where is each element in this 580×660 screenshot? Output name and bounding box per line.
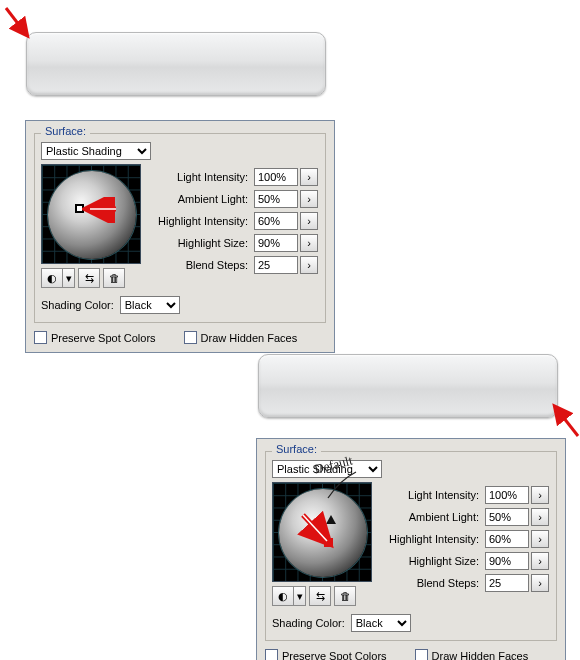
- preserve-spot-label: Preserve Spot Colors: [51, 332, 156, 344]
- blend-steps-stepper[interactable]: ›: [300, 256, 318, 274]
- chevron-right-icon: ›: [538, 555, 542, 567]
- highlight-intensity-label: Highlight Intensity:: [149, 215, 254, 227]
- chevron-down-icon: ▾: [66, 272, 72, 285]
- delete-light-button[interactable]: 🗑: [334, 586, 356, 606]
- chevron-right-icon: ›: [307, 259, 311, 271]
- trash-icon: 🗑: [109, 272, 120, 284]
- highlight-size-input[interactable]: [485, 552, 529, 570]
- properties-list: Light Intensity:› Ambient Light:› Highli…: [149, 164, 319, 288]
- switch-icon: ⇆: [85, 272, 94, 285]
- highlight-intensity-stepper[interactable]: ›: [300, 212, 318, 230]
- new-light-menu[interactable]: ▾: [294, 586, 306, 606]
- ambient-light-stepper[interactable]: ›: [531, 508, 549, 526]
- light-intensity-stepper[interactable]: ›: [300, 168, 318, 186]
- preserve-spot-checkbox[interactable]: Preserve Spot Colors: [265, 649, 387, 660]
- light-intensity-label: Light Intensity:: [380, 489, 485, 501]
- light-sphere[interactable]: [41, 164, 141, 264]
- highlight-intensity-stepper[interactable]: ›: [531, 530, 549, 548]
- ambient-light-stepper[interactable]: ›: [300, 190, 318, 208]
- chevron-right-icon: ›: [307, 215, 311, 227]
- delete-light-button[interactable]: 🗑: [103, 268, 125, 288]
- shading-color-label: Shading Color:: [41, 299, 114, 311]
- surface-select[interactable]: Plastic Shading: [272, 460, 382, 478]
- move-light-back-button[interactable]: ⇆: [309, 586, 331, 606]
- switch-icon: ⇆: [316, 590, 325, 603]
- sphere-toolbar: ◐ ▾ ⇆ 🗑: [41, 268, 141, 288]
- shading-color-label: Shading Color:: [272, 617, 345, 629]
- chevron-down-icon: ▾: [297, 590, 303, 603]
- preview-shape-top: [26, 32, 326, 96]
- shading-color-select[interactable]: Black: [120, 296, 180, 314]
- new-light-menu[interactable]: ▾: [63, 268, 75, 288]
- highlight-intensity-label: Highlight Intensity:: [380, 533, 485, 545]
- surface-label: Surface:: [41, 125, 90, 137]
- properties-list: Light Intensity:› Ambient Light:› Highli…: [380, 482, 550, 606]
- draw-hidden-label: Draw Hidden Faces: [201, 332, 298, 344]
- blend-steps-label: Blend Steps:: [149, 259, 254, 271]
- highlight-size-stepper[interactable]: ›: [300, 234, 318, 252]
- light-intensity-input[interactable]: [254, 168, 298, 186]
- default-light-handle[interactable]: [326, 515, 336, 524]
- blend-steps-label: Blend Steps:: [380, 577, 485, 589]
- checkbox-box: [34, 331, 47, 344]
- sphere-preview: [279, 489, 367, 577]
- shading-panel-1: Surface: Plastic Shading: [25, 120, 335, 353]
- chevron-right-icon: ›: [538, 533, 542, 545]
- shading-color-select[interactable]: Black: [351, 614, 411, 632]
- new-light-button[interactable]: ◐: [41, 268, 63, 288]
- surface-select[interactable]: Plastic Shading: [41, 142, 151, 160]
- trash-icon: 🗑: [340, 590, 351, 602]
- shading-panel-2: Surface: Plastic Shading: [256, 438, 566, 660]
- draw-hidden-checkbox[interactable]: Draw Hidden Faces: [415, 649, 529, 660]
- light-intensity-input[interactable]: [485, 486, 529, 504]
- blend-steps-input[interactable]: [254, 256, 298, 274]
- light-intensity-label: Light Intensity:: [149, 171, 254, 183]
- surface-group: Surface: Plastic Shading: [265, 451, 557, 641]
- checkbox-box: [265, 649, 278, 660]
- light-intensity-stepper[interactable]: ›: [531, 486, 549, 504]
- new-light-icon: ◐: [47, 272, 57, 285]
- chevron-right-icon: ›: [307, 237, 311, 249]
- highlight-intensity-input[interactable]: [254, 212, 298, 230]
- preview-shape-bottom: [258, 354, 558, 418]
- chevron-right-icon: ›: [538, 577, 542, 589]
- light-sphere[interactable]: [272, 482, 372, 582]
- chevron-right-icon: ›: [538, 511, 542, 523]
- highlight-size-input[interactable]: [254, 234, 298, 252]
- preserve-spot-label: Preserve Spot Colors: [282, 650, 387, 661]
- ambient-light-input[interactable]: [254, 190, 298, 208]
- draw-hidden-label: Draw Hidden Faces: [432, 650, 529, 661]
- blend-steps-stepper[interactable]: ›: [531, 574, 549, 592]
- chevron-right-icon: ›: [307, 171, 311, 183]
- new-light-icon: ◐: [278, 590, 288, 603]
- blend-steps-input[interactable]: [485, 574, 529, 592]
- sphere-preview: [48, 171, 136, 259]
- move-light-back-button[interactable]: ⇆: [78, 268, 100, 288]
- light-handle[interactable]: [75, 204, 84, 213]
- new-light-button[interactable]: ◐: [272, 586, 294, 606]
- chevron-right-icon: ›: [307, 193, 311, 205]
- draw-hidden-checkbox[interactable]: Draw Hidden Faces: [184, 331, 298, 344]
- highlight-intensity-input[interactable]: [485, 530, 529, 548]
- surface-label: Surface:: [272, 443, 321, 455]
- checkbox-box: [415, 649, 428, 660]
- preserve-spot-checkbox[interactable]: Preserve Spot Colors: [34, 331, 156, 344]
- ambient-light-input[interactable]: [485, 508, 529, 526]
- checkbox-box: [184, 331, 197, 344]
- ambient-light-label: Ambient Light:: [149, 193, 254, 205]
- sphere-toolbar: ◐ ▾ ⇆ 🗑: [272, 586, 372, 606]
- highlight-size-label: Highlight Size:: [149, 237, 254, 249]
- surface-group: Surface: Plastic Shading: [34, 133, 326, 323]
- highlight-size-label: Highlight Size:: [380, 555, 485, 567]
- light-handle[interactable]: [324, 538, 333, 547]
- ambient-light-label: Ambient Light:: [380, 511, 485, 523]
- chevron-right-icon: ›: [538, 489, 542, 501]
- highlight-size-stepper[interactable]: ›: [531, 552, 549, 570]
